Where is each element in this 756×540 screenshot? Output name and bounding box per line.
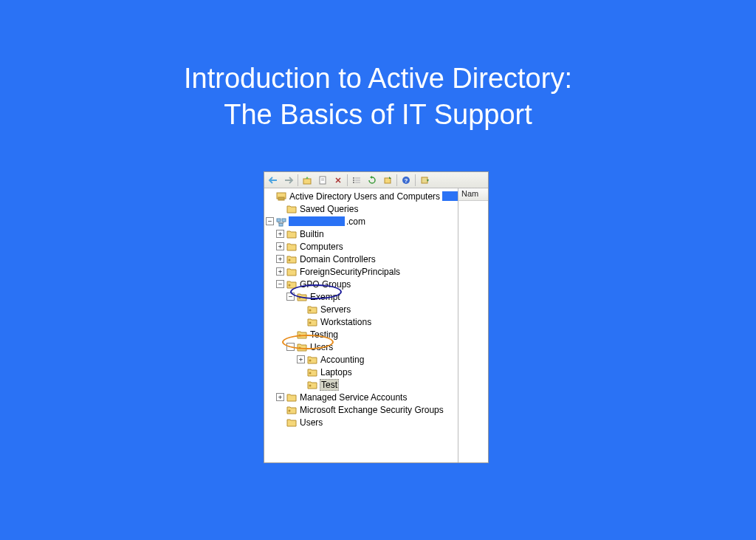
tree-label: Computers — [299, 242, 344, 252]
svg-point-26 — [309, 321, 312, 324]
tree-label: Accounting — [320, 355, 365, 365]
tree-node-workstations[interactable]: Workstations — [266, 315, 458, 328]
folder-icon — [286, 229, 297, 239]
tree-node-computers[interactable]: + Computers — [266, 240, 458, 253]
tree-node-users-ou[interactable]: − Users — [266, 341, 458, 353]
tree-node-domain[interactable]: − .com — [266, 215, 458, 228]
tree-root-aduc[interactable]: Active Directory Users and Computers — [266, 190, 458, 202]
slide-title: Introduction to Active Directory: The Ba… — [0, 61, 756, 134]
domain-icon — [276, 216, 286, 227]
ou-icon — [307, 355, 317, 365]
expander-minus-icon[interactable]: − — [276, 280, 284, 288]
svg-point-28 — [299, 346, 301, 349]
tree-label: Saved Queries — [299, 204, 359, 214]
nav-forward-button[interactable] — [281, 174, 296, 187]
tree-node-laptops[interactable]: Laptops — [266, 366, 458, 378]
folder-icon — [286, 392, 297, 403]
list-button[interactable] — [349, 174, 364, 187]
tree-node-gpo-groups[interactable]: − GPO Groups — [266, 278, 458, 290]
tree-node-servers[interactable]: Servers — [266, 303, 458, 315]
ou-icon — [286, 254, 297, 264]
tree-panel: Active Directory Users and Computers Sav… — [264, 188, 458, 462]
tree-node-builtin[interactable]: + Builtin — [266, 228, 458, 240]
svg-point-23 — [289, 284, 291, 286]
expander-plus-icon[interactable]: + — [276, 255, 284, 263]
active-directory-screenshot: ? Active Directory Users and Computers — [264, 171, 489, 463]
ou-icon — [307, 304, 317, 315]
main-area: Active Directory Users and Computers Sav… — [264, 188, 488, 462]
filter-button[interactable] — [417, 174, 432, 187]
svg-point-32 — [289, 409, 291, 411]
toolbar-separator — [396, 174, 397, 186]
svg-rect-9 — [355, 182, 360, 183]
ou-icon — [307, 367, 317, 377]
toolbar-separator — [347, 174, 348, 186]
expander-plus-icon[interactable]: + — [276, 393, 284, 401]
expander-plus-icon[interactable]: + — [276, 242, 284, 250]
expander-plus-icon[interactable]: + — [297, 355, 305, 363]
tree-label: Microsoft Exchange Security Groups — [299, 405, 444, 415]
tree-label: Laptops — [320, 367, 353, 377]
tree-node-test[interactable]: Test — [266, 378, 458, 391]
column-header-name[interactable]: Nam — [458, 188, 488, 201]
refresh-button[interactable] — [365, 174, 379, 187]
folder-icon — [286, 242, 297, 252]
svg-point-30 — [309, 372, 312, 374]
properties-button[interactable] — [315, 174, 330, 187]
title-line-1: Introduction to Active Directory: — [0, 61, 756, 97]
expander-minus-icon[interactable]: − — [266, 217, 274, 225]
svg-rect-10 — [385, 178, 391, 183]
tree-node-msa[interactable]: + Managed Service Accounts — [266, 391, 458, 403]
svg-point-25 — [309, 309, 312, 311]
svg-rect-18 — [279, 223, 283, 226]
tree-node-saved-queries[interactable]: Saved Queries — [266, 202, 458, 215]
toolbar: ? — [264, 172, 488, 188]
tree-label: ForeignSecurityPrincipals — [299, 267, 401, 277]
tree-node-fsp[interactable]: + ForeignSecurityPrincipals — [266, 265, 458, 278]
tree-label-selected: Test — [320, 379, 339, 391]
ou-icon — [297, 292, 307, 302]
svg-point-22 — [289, 259, 291, 261]
tree-view[interactable]: Active Directory Users and Computers Sav… — [264, 188, 458, 430]
toolbar-separator — [415, 174, 416, 186]
svg-text:?: ? — [405, 177, 408, 184]
tree-label: Users — [299, 417, 323, 428]
svg-rect-6 — [353, 182, 354, 183]
tree-label: Users — [309, 342, 334, 352]
svg-rect-13 — [422, 177, 427, 183]
folder-icon — [286, 267, 297, 277]
expander-minus-icon[interactable]: − — [286, 343, 295, 351]
expander-plus-icon[interactable]: + — [276, 230, 284, 238]
expander-plus-icon[interactable]: + — [276, 267, 284, 276]
ou-icon — [307, 380, 317, 390]
tree-node-exempt[interactable]: − Exempt — [266, 290, 458, 303]
tree-node-testing[interactable]: Testing — [266, 328, 458, 341]
folder-icon — [286, 204, 297, 214]
delete-button[interactable] — [331, 174, 346, 187]
svg-rect-4 — [353, 177, 354, 179]
expander-minus-icon[interactable]: − — [286, 293, 295, 301]
tree-node-users[interactable]: Users — [266, 416, 458, 428]
nav-back-button[interactable] — [266, 174, 281, 187]
tree-label: Servers — [320, 304, 351, 315]
ou-icon — [286, 279, 297, 290]
details-panel: Nam — [458, 188, 488, 462]
tree-label: Active Directory Users and Computers — [289, 191, 441, 202]
ou-icon — [297, 342, 307, 352]
svg-rect-16 — [277, 219, 281, 222]
svg-point-31 — [309, 384, 312, 386]
folder-icon — [286, 417, 297, 428]
ou-icon — [297, 329, 307, 340]
tree-node-accounting[interactable]: + Accounting — [266, 353, 458, 366]
svg-rect-17 — [282, 219, 286, 222]
tree-node-mesg[interactable]: Microsoft Exchange Security Groups — [266, 403, 458, 416]
up-button[interactable] — [300, 174, 315, 187]
help-button[interactable]: ? — [399, 174, 413, 187]
ou-icon — [286, 405, 297, 415]
export-button[interactable] — [380, 174, 395, 187]
tree-label: Builtin — [299, 229, 325, 239]
svg-rect-15 — [278, 197, 284, 200]
tree-label: Domain Controllers — [299, 254, 377, 264]
tree-node-domain-controllers[interactable]: + Domain Controllers — [266, 253, 458, 265]
svg-rect-0 — [303, 179, 311, 184]
